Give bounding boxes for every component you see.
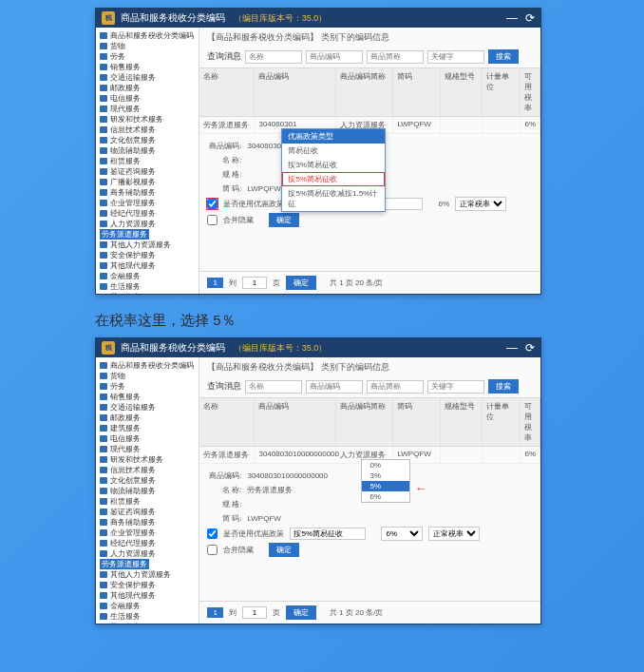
page-input[interactable]	[242, 277, 267, 289]
category-tree[interactable]: 商品和服务税收分类编码 货物 劳务 销售服务 交通运输服务 邮政服务 建筑服务 …	[96, 357, 199, 624]
tree-item[interactable]: 无形资产	[98, 622, 197, 624]
tree-item[interactable]: 鉴证咨询服务	[98, 507, 197, 517]
tree-item[interactable]: 物流辅助服务	[98, 486, 197, 496]
tree-item-selected[interactable]: 劳务派遣服务	[98, 559, 197, 569]
tree-item[interactable]: 其他现代服务	[98, 260, 197, 271]
pager-go-button[interactable]: 确定	[286, 605, 316, 620]
tree-item[interactable]: 劳务	[98, 381, 197, 392]
tree-root[interactable]: 商品和服务税收分类编码	[98, 30, 197, 41]
rate-option-3[interactable]: 3%	[362, 470, 409, 481]
minimize-icon[interactable]: —	[506, 12, 518, 24]
merge-hide-checkbox[interactable]	[207, 215, 218, 225]
tree-item[interactable]: 交通运输服务	[98, 402, 197, 413]
tree-item[interactable]: 现代服务	[98, 444, 197, 454]
rate-select[interactable]: 6%	[381, 527, 423, 541]
code-label: 商品编码:	[207, 470, 241, 482]
tree-item[interactable]: 研发和技术服务	[98, 114, 197, 125]
tree-item[interactable]: 人力资源服务	[98, 219, 197, 229]
search-code-input[interactable]	[306, 50, 363, 64]
tree-item[interactable]: 商务辅助服务	[98, 187, 197, 198]
th-avail: 可用税率	[521, 68, 540, 116]
search-kw-input[interactable]	[427, 50, 484, 64]
page-current[interactable]: 1	[207, 278, 222, 288]
tree-item[interactable]: 生活服务	[98, 611, 197, 622]
th-abbrcode: 简码	[393, 68, 441, 116]
confirm-button[interactable]: 确定	[269, 543, 299, 557]
tree-item[interactable]: 信息技术服务	[98, 465, 197, 475]
tree-item[interactable]: 货物	[98, 41, 197, 51]
refresh-icon[interactable]: ⟳	[525, 12, 535, 24]
search-name-input[interactable]	[245, 50, 302, 64]
search-abbr-input[interactable]	[367, 380, 424, 394]
page-input[interactable]	[242, 606, 267, 619]
minimize-icon[interactable]: —	[506, 342, 518, 354]
page-current[interactable]: 1	[207, 607, 222, 618]
th-unit: 计量单位	[483, 68, 521, 116]
tree-item[interactable]: 租赁服务	[98, 156, 197, 166]
dropdown-option[interactable]: 按5%简易征收减按1.5%计征	[282, 186, 385, 211]
tree-root[interactable]: 商品和服务税收分类编码	[98, 360, 197, 371]
rate-option-6[interactable]: 6%	[362, 491, 409, 502]
tree-item[interactable]: 安全保护服务	[98, 580, 197, 590]
tree-item[interactable]: 研发和技术服务	[98, 454, 197, 465]
tree-item[interactable]: 其他人力资源服务	[98, 569, 197, 580]
search-name-input[interactable]	[245, 380, 302, 394]
rate-option-0[interactable]: 0%	[362, 460, 409, 470]
tree-item[interactable]: 电信服务	[98, 93, 197, 104]
pager-go-button[interactable]: 确定	[286, 276, 316, 290]
tree-item[interactable]: 邮政服务	[98, 83, 197, 93]
tree-item[interactable]: 广播影视服务	[98, 177, 197, 187]
tree-item[interactable]: 鉴证咨询服务	[98, 166, 197, 177]
rate-mode-select[interactable]: 正常税率	[428, 527, 480, 541]
tree-item[interactable]: 生活服务	[98, 281, 197, 292]
tree-item-selected[interactable]: 劳务派遣服务	[98, 229, 197, 240]
tree-item[interactable]: 无形资产	[98, 292, 197, 294]
tree-item[interactable]: 货物	[98, 371, 197, 381]
tree-item[interactable]: 人力资源服务	[98, 548, 197, 559]
tree-item[interactable]: 信息技术服务	[98, 125, 197, 135]
policy-dropdown[interactable]: 优惠政策类型 简易征收 按3%简易征收 按5%简易征收 按5%简易征收减按1.5…	[281, 128, 386, 212]
search-abbr-input[interactable]	[367, 50, 424, 64]
policy-type-input[interactable]	[290, 528, 366, 540]
merge-hide-checkbox[interactable]	[207, 545, 218, 555]
tree-item[interactable]: 现代服务	[98, 104, 197, 114]
tree-item[interactable]: 金融服务	[98, 601, 197, 611]
tree-item[interactable]: 安全保护服务	[98, 250, 197, 260]
search-code-input[interactable]	[306, 380, 363, 394]
tree-item[interactable]: 建筑服务	[98, 423, 197, 433]
tree-item[interactable]: 邮政服务	[98, 413, 197, 423]
rate-option-5[interactable]: 5%	[362, 481, 409, 491]
confirm-button[interactable]: 确定	[269, 213, 299, 227]
tree-item[interactable]: 交通运输服务	[98, 72, 197, 83]
tree-item[interactable]: 商务辅助服务	[98, 517, 197, 528]
tree-item[interactable]: 其他现代服务	[98, 590, 197, 601]
refresh-icon[interactable]: ⟳	[525, 342, 535, 354]
tree-item[interactable]: 文化创意服务	[98, 475, 197, 486]
tree-item[interactable]: 其他人力资源服务	[98, 240, 197, 250]
tree-item[interactable]: 企业管理服务	[98, 528, 197, 538]
dropdown-option[interactable]: 按3%简易征收	[282, 158, 385, 172]
rate-dropdown[interactable]: 0% 3% 5% 6%	[361, 459, 410, 503]
dropdown-option-highlight[interactable]: 按5%简易征收	[282, 172, 385, 186]
category-tree[interactable]: 商品和服务税收分类编码 货物 劳务 销售服务 交通运输服务 邮政服务 电信服务 …	[96, 28, 199, 294]
tree-item[interactable]: 租赁服务	[98, 496, 197, 507]
search-button[interactable]: 搜索	[488, 49, 519, 64]
policy-checkbox[interactable]	[207, 528, 218, 539]
dropdown-option[interactable]: 简易征收	[282, 144, 385, 158]
tree-item[interactable]: 经纪代理服务	[98, 208, 197, 219]
tree-item[interactable]: 经纪代理服务	[98, 538, 197, 548]
tree-item[interactable]: 文化创意服务	[98, 135, 197, 145]
detail-form: 0% 3% 5% 6% ← 商品编码: 3040803010000000000 …	[199, 464, 540, 563]
tree-item[interactable]: 金融服务	[98, 271, 197, 281]
tree-item[interactable]: 物流辅助服务	[98, 145, 197, 156]
title-text: 商品和服务税收分类编码	[121, 342, 225, 353]
tree-item[interactable]: 劳务	[98, 51, 197, 62]
search-kw-input[interactable]	[427, 380, 484, 394]
tree-item[interactable]: 企业管理服务	[98, 198, 197, 208]
tree-item[interactable]: 电信服务	[98, 433, 197, 444]
rate-mode-select[interactable]: 正常税率	[455, 197, 506, 211]
search-button[interactable]: 搜索	[488, 379, 519, 394]
policy-checkbox[interactable]	[207, 199, 218, 209]
tree-item[interactable]: 销售服务	[98, 62, 197, 72]
tree-item[interactable]: 销售服务	[98, 392, 197, 402]
